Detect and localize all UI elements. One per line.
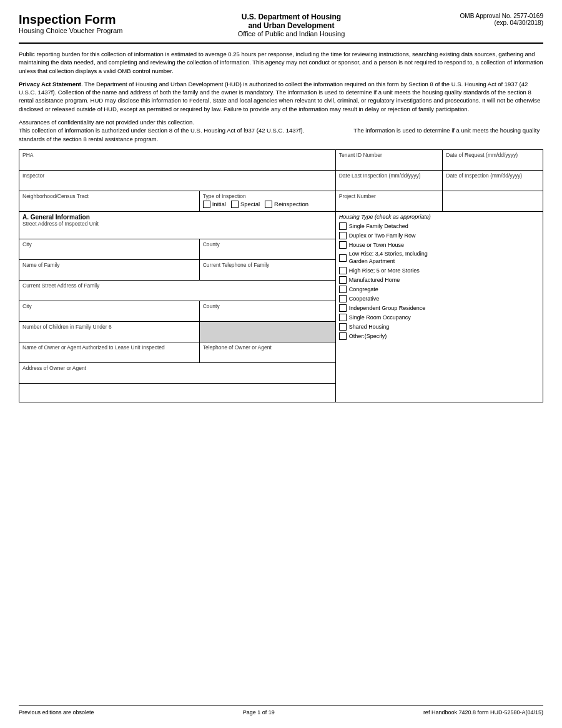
single-family-checkbox[interactable] [339, 222, 347, 230]
owner-phone-value[interactable] [203, 352, 332, 361]
date-request-value[interactable] [446, 159, 540, 168]
housing-type-label-3: Low Rise: 3,4 Stories, IncludingGarden A… [349, 251, 428, 265]
owner-name-value[interactable] [22, 352, 196, 361]
housing-type-cell: Housing Type (check as appropriate) Sing… [335, 211, 543, 402]
initial-checkbox[interactable] [203, 201, 210, 208]
num-children-cell: Number of Children in Family Under 6 [19, 321, 200, 342]
high-rise-checkbox[interactable] [339, 267, 347, 274]
county-value[interactable] [203, 249, 332, 257]
tenant-id-value[interactable] [339, 159, 440, 168]
housing-type-independent[interactable]: Independent Group Residence [339, 304, 540, 312]
section-a-cell: A. General Information Street Address of… [19, 211, 336, 239]
owner-address-cell: Address of Owner or Agent [19, 362, 336, 383]
name-of-family-value[interactable] [22, 269, 196, 278]
privacy-title: Privacy Act Statement [19, 81, 81, 87]
housing-type-label-0: Single Family Detached [349, 223, 408, 229]
neighborhood-value[interactable] [22, 201, 196, 209]
city-value[interactable] [22, 249, 196, 257]
page-header: Inspection Form Housing Choice Voucher P… [19, 12, 543, 44]
county-cell: County [199, 239, 335, 259]
sro-checkbox[interactable] [339, 314, 347, 321]
housing-type-town-house[interactable]: House or Town House [339, 241, 540, 249]
street-address-label: Street Address of Inspected Unit [22, 221, 332, 227]
owner-name-label: Name of Owner or Agent Authorized to Lea… [22, 344, 196, 351]
current-street-label: Current Street Address of Family [22, 282, 332, 289]
housing-type-other[interactable]: Other:(Specify) [339, 332, 540, 340]
assurance-section: Assurances of confidentiality are not pr… [19, 118, 543, 143]
project-number-cell: Project Number [335, 191, 443, 211]
num-children-label: Number of Children in Family Under 6 [22, 324, 196, 330]
housing-type-single-family[interactable]: Single Family Detached [339, 222, 540, 230]
footer-left: Previous editions are obsolete [19, 709, 94, 716]
dept-block: U.S. Department of Housing and Urban Dev… [238, 12, 345, 37]
duplex-checkbox[interactable] [339, 232, 347, 239]
city2-label: City [22, 303, 196, 309]
housing-type-label-2: House or Town House [349, 242, 404, 248]
initial-checkbox-item[interactable]: Initial [203, 201, 226, 208]
date-request-cell: Date of Request (mm/dd/yyyy) [443, 149, 543, 170]
street-address-value[interactable] [22, 228, 332, 237]
num-children-value[interactable] [22, 331, 196, 340]
owner-phone-cell: Telephone of Owner or Agent [199, 342, 335, 362]
name-of-family-cell: Name of Family [19, 259, 200, 280]
row-section-a-header: A. General Information Street Address of… [19, 211, 543, 239]
housing-type-label-4: High Rise; 5 or More Stories [349, 267, 420, 274]
inspection-type-options: Initial Special Reinspection [203, 201, 332, 208]
other-checkbox[interactable] [339, 332, 347, 340]
housing-type-duplex[interactable]: Duplex or Two Family Row [339, 232, 540, 239]
footer-right: ref Handbook 7420.8 form HUD-52580-A(04/… [423, 709, 543, 716]
date-insp-cell: Date of Inspection (mm/dd/yyyy) [443, 170, 543, 191]
dept-line2: and Urban Development [238, 21, 345, 30]
special-checkbox[interactable] [231, 201, 239, 208]
omb-number: OMB Approval No. 2577-0169 [460, 12, 543, 19]
county2-value[interactable] [203, 311, 332, 319]
reinspection-checkbox[interactable] [265, 201, 272, 208]
housing-type-manufactured[interactable]: Manufactured Home [339, 276, 540, 284]
housing-type-sro[interactable]: Single Room Occupancy [339, 314, 540, 321]
cooperative-checkbox[interactable] [339, 295, 347, 302]
county-label: County [203, 241, 332, 247]
project-number-value[interactable] [339, 201, 440, 209]
date-insp-value[interactable] [446, 180, 540, 189]
shared-checkbox[interactable] [339, 323, 347, 331]
type-inspection-cell: Type of Inspection Initial Special Reins… [199, 191, 335, 211]
housing-type-congregate[interactable]: Congregate [339, 286, 540, 293]
housing-type-list: Single Family Detached Duplex or Two Fam… [339, 222, 540, 340]
owner-address-value[interactable] [22, 372, 332, 381]
section-a-title: A. General Information [22, 214, 90, 221]
current-telephone-cell: Current Telephone of Family [199, 259, 335, 280]
inspector-value[interactable] [22, 180, 332, 189]
neighborhood-cell: Neighborhood/Census Tract [19, 191, 200, 211]
current-street-value[interactable] [22, 290, 332, 299]
title-block: Inspection Form Housing Choice Voucher P… [19, 12, 122, 34]
owner-name-cell: Name of Owner or Agent Authorized to Lea… [19, 342, 200, 362]
intro-paragraph: Public reporting burden for this collect… [19, 50, 543, 75]
housing-type-label-1: Duplex or Two Family Row [349, 232, 416, 239]
row-inspector: Inspector Date Last Inspection (mm/dd/yy… [19, 170, 543, 191]
housing-type-high-rise[interactable]: High Rise; 5 or More Stories [339, 267, 540, 274]
county2-cell: County [199, 301, 335, 321]
housing-type-shared[interactable]: Shared Housing [339, 323, 540, 331]
low-rise-checkbox[interactable] [339, 254, 347, 262]
reinspection-checkbox-item[interactable]: Reinspection [265, 201, 308, 208]
form-title: Inspection Form [19, 12, 122, 27]
housing-type-label-11: Other:(Specify) [349, 333, 387, 339]
housing-type-low-rise[interactable]: Low Rise: 3,4 Stories, IncludingGarden A… [339, 251, 540, 265]
city2-value[interactable] [22, 311, 196, 319]
name-of-family-label: Name of Family [22, 262, 196, 268]
manufactured-checkbox[interactable] [339, 276, 347, 284]
footer-center: Page 1 of 19 [243, 709, 275, 716]
housing-type-cooperative[interactable]: Cooperative [339, 295, 540, 302]
congregate-checkbox[interactable] [339, 286, 347, 293]
town-house-checkbox[interactable] [339, 241, 347, 249]
padding-cell [19, 383, 336, 402]
dept-line1: U.S. Department of Housing [238, 12, 345, 21]
independent-checkbox[interactable] [339, 304, 347, 312]
date-last-insp-value[interactable] [339, 180, 440, 189]
pha-value[interactable] [22, 159, 332, 168]
special-checkbox-item[interactable]: Special [231, 201, 260, 208]
city2-cell: City [19, 301, 200, 321]
current-telephone-value[interactable] [203, 269, 332, 278]
special-label: Special [240, 201, 260, 207]
housing-type-label-8: Independent Group Residence [349, 305, 426, 311]
